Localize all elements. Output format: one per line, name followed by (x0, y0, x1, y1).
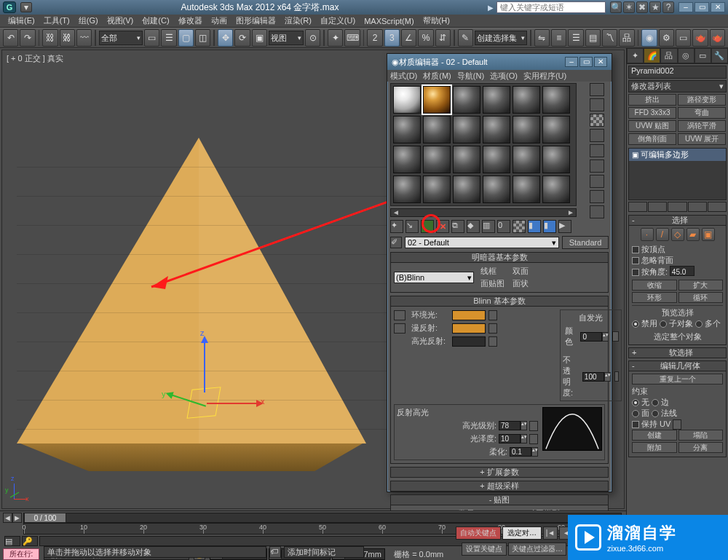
shrink-button[interactable]: 收缩 (632, 280, 677, 291)
by-angle-value[interactable]: 45.0 (670, 266, 695, 276)
tab-utilities[interactable]: 🔧 (711, 48, 728, 63)
by-vertex-check[interactable] (632, 246, 639, 253)
mat-max-button[interactable]: ▭ (579, 57, 593, 67)
mod-extrude[interactable]: 挤出 (628, 94, 676, 106)
sample-slot-21[interactable] (453, 176, 480, 203)
gloss-value[interactable]: 10 (499, 434, 521, 443)
object-name-field[interactable]: Pyramid002 (628, 66, 727, 79)
specular-swatch[interactable] (452, 336, 486, 347)
sample-type-button[interactable] (590, 83, 604, 96)
ring-button[interactable]: 环形 (632, 292, 677, 303)
menu-group[interactable]: 组(G) (75, 15, 102, 26)
ignore-backface-check[interactable] (632, 257, 639, 264)
supersample-rollout-header[interactable]: + 超级采样 (390, 481, 609, 492)
menu-maxscript[interactable]: MAXScript(M) (360, 17, 417, 25)
backlight-button[interactable] (590, 98, 604, 111)
help-icon[interactable]: ? (662, 1, 674, 13)
put-to-library-button[interactable]: ▥ (482, 220, 495, 233)
app-menu-chevron[interactable]: ▾ (20, 2, 32, 12)
mod-bend[interactable]: 弯曲 (678, 107, 726, 119)
time-tag-field[interactable]: 添加时间标记 (284, 546, 364, 558)
layers-button[interactable]: ☰ (568, 29, 583, 47)
render-production-button[interactable]: 🫖 (692, 29, 708, 47)
render-setup-button[interactable]: ⚙ (659, 29, 674, 47)
opacity-map-button[interactable] (614, 371, 619, 382)
material-editor-titlebar[interactable]: ◉ 材质编辑器 - 02 - Default – ▭ ✕ (387, 54, 612, 70)
app-logo[interactable]: G (3, 1, 16, 13)
specular-map-button[interactable] (488, 336, 497, 347)
menu-create[interactable]: 创建(C) (138, 15, 173, 26)
spec-level-map-button[interactable] (529, 421, 538, 431)
selection-filter-combo[interactable]: 全部 (99, 31, 143, 45)
stack-editable-poly[interactable]: ▣ 可编辑多边形 (629, 149, 726, 161)
sample-slot-1[interactable] (393, 86, 421, 114)
ambient-swatch[interactable] (452, 310, 486, 320)
grow-button[interactable]: 扩大 (678, 280, 724, 291)
material-type-button[interactable]: Standard (562, 236, 609, 249)
rendered-frame-button[interactable]: ▭ (676, 29, 691, 47)
sample-slot-4[interactable] (483, 86, 510, 114)
menu-customize[interactable]: 自定义(U) (317, 15, 359, 26)
time-slider[interactable]: 0 / 100 (23, 513, 622, 523)
trackbar-toggle[interactable]: ▤ (4, 536, 20, 546)
tab-modify[interactable]: 🌈 (644, 48, 660, 63)
select-object-button[interactable]: ▭ (144, 29, 159, 47)
sample-slot-17[interactable] (513, 146, 540, 173)
soft-sel-rollout-header[interactable]: 软选择 (628, 347, 727, 358)
tab-motion[interactable]: ◎ (678, 48, 695, 63)
favorite-icon[interactable]: ★ (649, 1, 661, 13)
constraint-none[interactable] (632, 399, 639, 406)
info-center-icon[interactable]: ▶ (488, 4, 494, 12)
mod-path-deform[interactable]: 路径变形 (678, 94, 726, 106)
auto-key-button[interactable]: 自动关键点 (456, 527, 501, 540)
sample-slot-9[interactable] (453, 116, 480, 143)
select-manipulate-button[interactable]: ✦ (328, 29, 343, 47)
snap-toggle-2d[interactable]: 2 (367, 29, 382, 47)
pivot-button[interactable]: ⊙ (305, 29, 320, 47)
diffuse-swatch[interactable] (452, 323, 486, 334)
sample-slot-7[interactable] (393, 116, 421, 143)
sample-slot-3[interactable] (453, 86, 480, 114)
shader-combo[interactable]: (B)Blinn (394, 272, 474, 283)
loop-button[interactable]: 循环 (678, 292, 724, 303)
preserve-uv-check[interactable] (632, 421, 639, 428)
mat-min-button[interactable]: – (565, 57, 578, 67)
menu-rendering[interactable]: 渲染(R) (281, 15, 315, 26)
go-parent-button[interactable]: ▮ (543, 220, 556, 233)
key-filter-button[interactable]: 关键点过滤器… (508, 543, 566, 556)
mat-menu-util[interactable]: 实用程序(U) (523, 71, 566, 82)
tab-hierarchy[interactable]: 品 (660, 48, 677, 63)
edit-geo-rollout-header[interactable]: 编辑几何体 (628, 360, 727, 371)
constraint-edge[interactable] (652, 399, 659, 406)
pick-material-button[interactable]: ✐ (390, 237, 402, 248)
diffuse-map-button[interactable] (488, 323, 497, 334)
so-edge[interactable]: / (656, 228, 669, 241)
preserve-uv-settings[interactable] (673, 419, 681, 430)
collapse-button[interactable]: 塌陷 (678, 430, 724, 441)
sample-slot-19[interactable] (393, 176, 421, 203)
stack-unique[interactable] (668, 202, 687, 212)
repeat-last-button[interactable]: 重复上一个 (632, 374, 723, 384)
select-by-mat-button[interactable] (590, 190, 604, 203)
unlink-button[interactable]: ⛓̸ (60, 29, 75, 47)
stack-config[interactable] (708, 202, 727, 212)
goto-start-button[interactable]: |◄ (543, 527, 558, 540)
render-iterative-button[interactable]: 🫖 (710, 29, 725, 47)
go-forward-button[interactable]: ▶ (558, 220, 571, 233)
modifier-stack[interactable]: ▣ 可编辑多边形 (628, 148, 727, 200)
curve-editor-button[interactable]: 〽 (602, 29, 617, 47)
exchange-icon[interactable]: ✖ (636, 1, 648, 13)
move-button[interactable]: ✥ (218, 29, 233, 47)
mat-map-nav-button[interactable] (590, 205, 604, 218)
options-button[interactable] (590, 175, 604, 188)
material-editor-window[interactable]: ◉ 材质编辑器 - 02 - Default – ▭ ✕ 模式(D) 材质(M)… (387, 53, 612, 492)
mat-menu-mode[interactable]: 模式(D) (390, 71, 417, 82)
sample-slot-22[interactable] (483, 176, 510, 203)
mod-bevel-profile[interactable]: 倒角剖面 (628, 133, 676, 145)
link-button[interactable]: ⛓ (42, 29, 58, 47)
maps-rollout-header[interactable]: - 贴图 (390, 494, 609, 505)
menu-tools[interactable]: 工具(T) (40, 15, 74, 26)
menu-modifiers[interactable]: 修改器 (175, 15, 206, 26)
video-check-button[interactable] (590, 144, 604, 157)
select-region-button[interactable]: ▢ (178, 29, 194, 47)
